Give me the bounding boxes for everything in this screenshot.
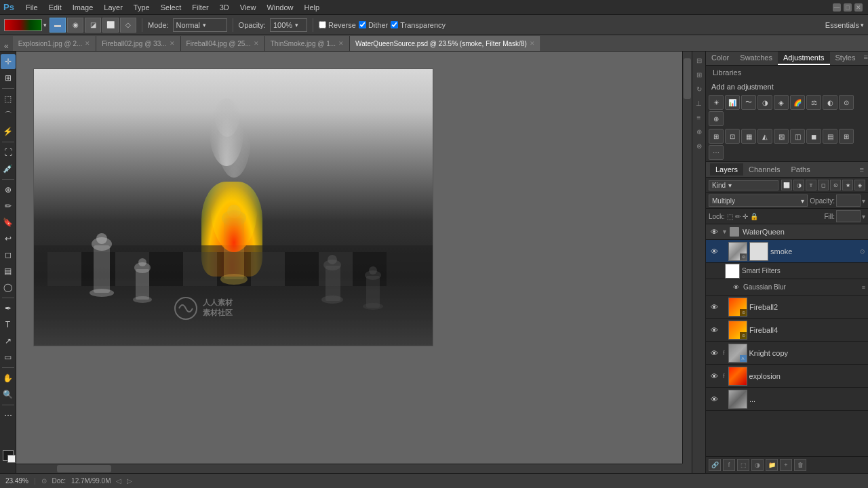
- brush-tool[interactable]: ✏: [1, 199, 16, 214]
- gradient-swatch[interactable]: [4, 19, 42, 31]
- adj-hue-sat[interactable]: 🌈: [790, 95, 805, 110]
- fill-dropdown-arrow[interactable]: ▾: [862, 213, 865, 220]
- tab-fireball04-close[interactable]: ✕: [254, 40, 259, 47]
- layer-link-btn[interactable]: 🔗: [709, 459, 721, 471]
- stamp-tool[interactable]: 🔖: [1, 215, 16, 230]
- move-tool[interactable]: ✛: [1, 54, 16, 69]
- layer-explosion-eye[interactable]: 👁: [709, 371, 719, 382]
- tab-explosion1[interactable]: Explosion1.jpg @ 2... ✕: [13, 36, 97, 51]
- canvas-vertical-scrollbar[interactable]: [682, 52, 692, 464]
- shape-tool[interactable]: ▭: [1, 350, 16, 365]
- lock-position-icon[interactable]: ✛: [743, 213, 748, 220]
- background-color[interactable]: [7, 455, 16, 463]
- lock-paint-icon[interactable]: ✏: [735, 213, 741, 220]
- gaussian-blur-settings-icon[interactable]: ≡: [862, 284, 865, 291]
- layers-tab-channels[interactable]: Channels: [743, 163, 785, 176]
- view-standard-btn[interactable]: ⊟: [693, 54, 705, 66]
- layer-bottom-eye[interactable]: 👁: [709, 394, 719, 405]
- adj-pattern-fill[interactable]: ⊞: [839, 129, 854, 144]
- view-expand-btn[interactable]: ⊕: [693, 125, 705, 138]
- menu-select[interactable]: Select: [155, 2, 187, 13]
- layers-tab-paths[interactable]: Paths: [786, 163, 816, 176]
- lock-transparent-icon[interactable]: ⬚: [727, 213, 733, 220]
- menu-type[interactable]: Type: [128, 2, 155, 13]
- adj-photo-filter[interactable]: ⊙: [839, 95, 854, 110]
- marquee-tool[interactable]: ⬚: [1, 92, 16, 106]
- layer-mask-btn[interactable]: ⬚: [737, 459, 749, 471]
- gradient-dropdown-arrow[interactable]: ▾: [43, 22, 47, 28]
- dither-checkbox[interactable]: [359, 21, 366, 28]
- text-tool[interactable]: T: [1, 317, 16, 332]
- tab-waterqueen-close[interactable]: ✕: [530, 40, 535, 47]
- subtab-libraries[interactable]: Libraries: [709, 68, 745, 78]
- layers-tab-layers[interactable]: Layers: [710, 163, 743, 176]
- layer-bottom[interactable]: 👁 ...: [706, 388, 868, 411]
- layer-explosion[interactable]: 👁 f explosion: [706, 365, 868, 388]
- diamond-gradient-btn[interactable]: ◇: [120, 18, 136, 33]
- filter-shape-icon[interactable]: ◻: [818, 180, 829, 190]
- layer-smoke-eye[interactable]: 👁: [709, 246, 719, 257]
- linear-gradient-btn[interactable]: ▬: [50, 18, 66, 33]
- adj-gradient-map[interactable]: ▨: [774, 129, 789, 144]
- tab-collapse-btn[interactable]: «: [0, 41, 13, 51]
- adj-more[interactable]: ⋯: [709, 145, 724, 160]
- layer-knight-fx[interactable]: f: [723, 350, 725, 357]
- adj-levels[interactable]: 📊: [725, 95, 740, 110]
- blend-mode-dropdown[interactable]: Normal: [173, 18, 227, 32]
- menu-image[interactable]: Image: [67, 2, 99, 13]
- menu-edit[interactable]: Edit: [43, 2, 67, 13]
- menu-window[interactable]: Window: [261, 2, 298, 13]
- adj-invert[interactable]: ⊡: [725, 129, 740, 144]
- layer-eye-group[interactable]: 👁: [709, 226, 719, 237]
- adj-bw[interactable]: ◐: [823, 95, 837, 110]
- foreground-color[interactable]: [3, 450, 14, 461]
- menu-filter[interactable]: Filter: [186, 2, 214, 13]
- status-nav-right[interactable]: ▷: [127, 477, 132, 485]
- tab-thinsmoke[interactable]: ThinSmoke.jpg @ 1... ✕: [265, 36, 350, 51]
- tab-waterqueen[interactable]: WaterQueenSource.psd @ 23.5% (smoke, Fil…: [350, 36, 541, 51]
- layer-blend-mode[interactable]: Multiply: [709, 195, 808, 207]
- adj-gradient-fill[interactable]: ▤: [823, 129, 837, 144]
- status-nav-left[interactable]: ◁: [116, 477, 121, 485]
- radial-gradient-btn[interactable]: ◉: [67, 18, 83, 33]
- transparency-checkbox[interactable]: [391, 21, 398, 28]
- layer-group-btn[interactable]: 📁: [766, 459, 778, 471]
- view-align-btn[interactable]: ⊥: [693, 97, 705, 109]
- lock-all-icon[interactable]: 🔒: [750, 213, 758, 220]
- adj-threshold[interactable]: ◭: [757, 129, 772, 144]
- lasso-tool[interactable]: ⌒: [1, 108, 16, 123]
- layer-fireball4[interactable]: 👁 ⊙ Fireball4: [706, 319, 868, 342]
- filter-smart-icon[interactable]: ⊙: [830, 180, 841, 190]
- heal-tool[interactable]: ⊕: [1, 182, 16, 197]
- layer-fireball2[interactable]: 👁 ⊙ Fireball2: [706, 296, 868, 319]
- menu-3d[interactable]: 3D: [214, 2, 235, 13]
- status-proof-icon[interactable]: ⊙: [41, 477, 47, 485]
- panel-tab-adjustments[interactable]: Adjustments: [778, 52, 830, 65]
- tab-fireball02-close[interactable]: ✕: [170, 40, 175, 47]
- layer-fireball4-eye[interactable]: 👁: [709, 325, 719, 336]
- more-tools[interactable]: ⋯: [1, 408, 16, 423]
- layer-new-btn[interactable]: +: [780, 459, 792, 471]
- reflected-gradient-btn[interactable]: ⬜: [102, 18, 119, 33]
- filter-adj-icon[interactable]: ◑: [793, 180, 804, 190]
- filter-pixel-icon[interactable]: ⬜: [781, 180, 792, 190]
- menu-file[interactable]: File: [20, 2, 43, 13]
- adj-color-balance[interactable]: ⚖: [806, 95, 821, 110]
- history-brush-tool[interactable]: ↩: [1, 231, 16, 246]
- filter-active-icon[interactable]: ★: [842, 180, 853, 190]
- layer-explosion-fx[interactable]: f: [723, 373, 725, 380]
- essentials-button[interactable]: Essentials: [825, 21, 864, 29]
- adj-curves[interactable]: 〜: [741, 95, 756, 110]
- view-history-btn[interactable]: ⊗: [693, 140, 705, 152]
- angle-gradient-btn[interactable]: ◪: [85, 18, 101, 33]
- fill-input[interactable]: 100%: [836, 210, 861, 222]
- opacity-dropdown[interactable]: 100%: [270, 18, 307, 32]
- panel-tab-swatches[interactable]: Swatches: [734, 52, 778, 65]
- gradient-tool[interactable]: ▤: [1, 264, 16, 279]
- adj-brightness-contrast[interactable]: ☀: [709, 95, 724, 110]
- menu-layer[interactable]: Layer: [98, 2, 128, 13]
- adj-solid-color[interactable]: ◼: [806, 129, 821, 144]
- dodge-tool[interactable]: ◯: [1, 280, 16, 295]
- view-adjustments-btn[interactable]: ⊞: [693, 68, 705, 81]
- layer-opacity-input[interactable]: 77%: [836, 195, 861, 207]
